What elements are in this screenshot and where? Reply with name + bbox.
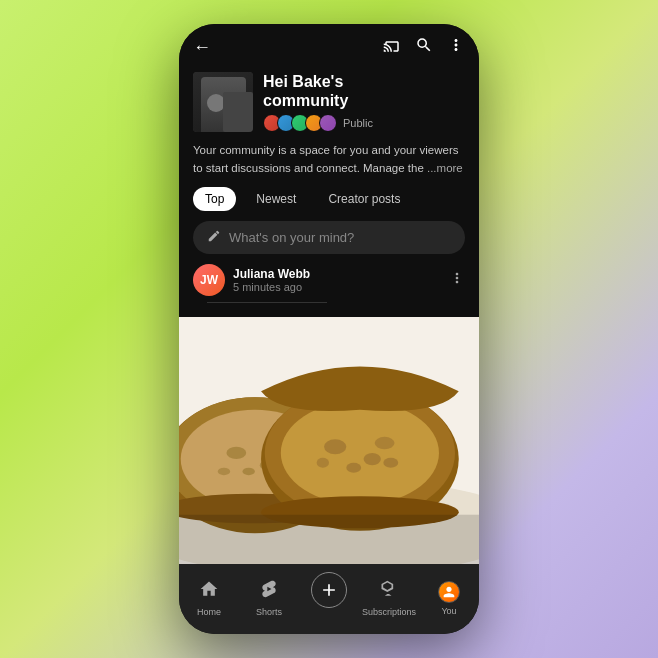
privacy-label: Public: [343, 117, 373, 129]
svg-point-17: [375, 437, 395, 449]
back-button[interactable]: ←: [193, 37, 211, 58]
community-avatar: [193, 72, 253, 132]
svg-point-14: [324, 439, 346, 454]
top-bar-right: [383, 36, 465, 58]
tab-creator-posts[interactable]: Creator posts: [316, 187, 412, 211]
community-name: Hei Bake'scommunity: [263, 72, 465, 110]
post-more-button[interactable]: [449, 270, 465, 290]
bottom-nav: Home Shorts Subscriptions: [179, 564, 479, 634]
more-link[interactable]: ...more: [427, 162, 463, 174]
tab-top[interactable]: Top: [193, 187, 236, 211]
tabs-row: Top Newest Creator posts: [179, 187, 479, 221]
more-options-button[interactable]: [447, 36, 465, 58]
post-item: JW Juliana Webb 5 minutes ago: [179, 264, 479, 317]
nav-you[interactable]: You: [419, 581, 479, 616]
post-header: JW Juliana Webb 5 minutes ago: [193, 264, 465, 296]
shorts-label: Shorts: [256, 607, 282, 617]
search-button[interactable]: [415, 36, 433, 58]
subscriptions-icon: [379, 579, 399, 604]
svg-point-9: [218, 468, 230, 475]
shorts-icon: [259, 579, 279, 604]
you-label: You: [441, 606, 456, 616]
home-label: Home: [197, 607, 221, 617]
member-avatar-5: [319, 114, 337, 132]
bread-image: [179, 317, 479, 564]
create-label: [328, 614, 331, 624]
svg-point-13: [281, 401, 439, 505]
svg-point-5: [226, 447, 246, 459]
tab-newest[interactable]: Newest: [244, 187, 308, 211]
post-user-avatar: JW: [193, 264, 225, 296]
edit-icon: [207, 229, 221, 246]
svg-point-19: [383, 458, 398, 468]
community-info: Hei Bake'scommunity Public: [263, 72, 465, 132]
nav-home[interactable]: Home: [179, 579, 239, 617]
you-icon: [438, 581, 460, 603]
cast-button[interactable]: [383, 36, 401, 58]
post-user-name: Juliana Webb: [233, 267, 310, 281]
food-image: [179, 317, 479, 564]
subscriptions-label: Subscriptions: [362, 607, 416, 617]
member-row: Public: [263, 114, 465, 132]
top-bar-left: ←: [193, 37, 211, 58]
nav-subscriptions[interactable]: Subscriptions: [359, 579, 419, 617]
post-placeholder: What's on your mind?: [229, 230, 354, 245]
phone-frame: ←: [179, 24, 479, 634]
post-user-info: JW Juliana Webb 5 minutes ago: [193, 264, 310, 296]
svg-point-16: [346, 463, 361, 473]
svg-point-18: [317, 458, 329, 468]
home-icon: [199, 579, 219, 604]
svg-point-7: [243, 468, 255, 475]
nav-shorts[interactable]: Shorts: [239, 579, 299, 617]
member-avatars: [263, 114, 337, 132]
post-separator: [207, 302, 327, 303]
post-time: 5 minutes ago: [233, 281, 310, 293]
nav-create[interactable]: [299, 572, 359, 624]
post-user-details: Juliana Webb 5 minutes ago: [233, 267, 310, 293]
community-description: Your community is a space for you and yo…: [179, 142, 479, 187]
plus-icon[interactable]: [311, 572, 347, 608]
svg-point-15: [364, 453, 381, 465]
top-bar: ←: [179, 24, 479, 66]
svg-rect-21: [179, 515, 479, 564]
post-input-row[interactable]: What's on your mind?: [193, 221, 465, 254]
community-header: Hei Bake'scommunity Public: [179, 66, 479, 142]
